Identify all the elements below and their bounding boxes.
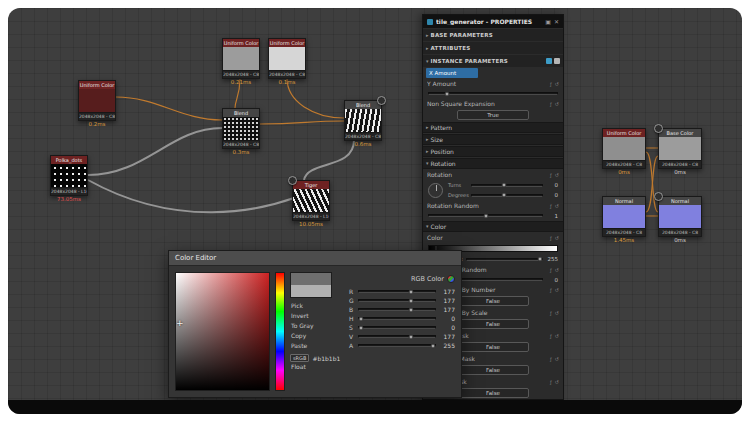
function-icon[interactable]: ƒ <box>550 356 552 362</box>
reset-icon[interactable]: ↺ <box>555 287 559 293</box>
slider-handle[interactable] <box>501 183 506 188</box>
function-icon[interactable]: ƒ <box>550 267 552 273</box>
slider-handle[interactable] <box>409 334 414 339</box>
reset-icon[interactable]: ↺ <box>555 333 559 339</box>
graph-node-uniform-color-4[interactable]: Uniform Color2048x2048 - C80ms <box>602 128 646 169</box>
non-square-expansion-toggle[interactable]: True <box>457 110 529 120</box>
slider-handle[interactable] <box>358 325 363 330</box>
reset-icon[interactable]: ↺ <box>555 356 559 362</box>
slider-track[interactable] <box>471 184 543 187</box>
slider-handle[interactable] <box>444 91 449 96</box>
slider-track[interactable] <box>358 344 436 347</box>
color-mode-icon[interactable] <box>447 275 455 283</box>
slider-track[interactable] <box>358 308 436 311</box>
function-icon[interactable]: ƒ <box>550 203 552 209</box>
slider-handle[interactable] <box>501 193 506 198</box>
color-mode-label[interactable]: RGB Color <box>411 275 444 283</box>
slider-track[interactable] <box>471 194 543 197</box>
node-output-badge[interactable] <box>377 96 386 105</box>
graph-node-base-color[interactable]: Base Color2048x2048 - C80ms <box>658 128 702 169</box>
slider-handle[interactable] <box>358 316 363 321</box>
node-output-badge[interactable] <box>654 192 663 201</box>
subsection-color[interactable]: ▾Color <box>423 221 563 232</box>
reset-icon[interactable]: ↺ <box>555 203 559 209</box>
section-instance-parameters[interactable]: ▾INSTANCE PARAMETERS <box>423 55 563 67</box>
selected-parameter-x-amount[interactable]: X Amount <box>426 68 478 78</box>
slider-handle[interactable] <box>483 213 488 218</box>
reset-icon[interactable]: ↺ <box>555 310 559 316</box>
color-editor-to-gray-button[interactable]: To Gray <box>290 321 344 331</box>
function-icon[interactable]: ƒ <box>550 379 552 385</box>
preset-icon[interactable] <box>546 58 552 64</box>
float-toggle[interactable]: Float <box>290 362 344 372</box>
slider-track[interactable] <box>358 326 436 329</box>
subsection-rotation[interactable]: ▾Rotation <box>423 158 563 169</box>
horizontal-mask-toggle[interactable]: False <box>457 365 529 375</box>
node-output-badge[interactable] <box>654 124 663 133</box>
function-icon[interactable]: ƒ <box>550 287 552 293</box>
rotation-dial[interactable] <box>428 183 443 198</box>
color-editor-pick-button[interactable]: Pick <box>290 301 344 311</box>
color-editor-copy-button[interactable]: Copy <box>290 331 344 341</box>
slider-track[interactable] <box>428 214 543 217</box>
saturation-value-picker[interactable]: + <box>175 272 270 391</box>
function-icon[interactable]: ƒ <box>550 235 552 241</box>
connection-wire[interactable] <box>646 156 658 212</box>
hex-value[interactable]: #b1b1b1 <box>312 355 340 362</box>
reset-icon[interactable]: ↺ <box>555 172 559 178</box>
graph-node-blend-2[interactable]: Blend2048x2048 - C80.6ms <box>344 100 382 141</box>
slider-track[interactable] <box>428 92 558 95</box>
slider-handle[interactable] <box>431 343 436 348</box>
slider-handle[interactable] <box>409 298 414 303</box>
graph-node-normal-1[interactable]: Normal2048x2048 - C81.45ms <box>602 196 646 237</box>
slider-track[interactable] <box>358 335 436 338</box>
graph-node-blend-1[interactable]: Blend2048x2048 - C80.3ms <box>222 108 260 149</box>
list-icon[interactable] <box>554 58 560 64</box>
checker-mask-toggle[interactable]: False <box>457 342 529 352</box>
close-icon[interactable]: ✕ <box>554 19 559 25</box>
picker-crosshair-icon[interactable]: + <box>176 322 184 324</box>
slider-handle[interactable] <box>409 307 414 312</box>
section-base-parameters[interactable]: ▸BASE PARAMETERS <box>423 29 563 41</box>
subsection-position[interactable]: ▸Position <box>423 146 563 157</box>
function-icon[interactable]: ƒ <box>550 81 552 87</box>
graph-node-tiger[interactable]: Tiger2048x2048 - L1610.05ms <box>292 180 330 221</box>
graph-node-normal-2[interactable]: Normal2048x2048 - C80ms <box>658 196 702 237</box>
slider-track[interactable] <box>358 299 436 302</box>
slider-handle[interactable] <box>537 257 542 262</box>
section-attributes[interactable]: ▸ATTRIBUTES <box>423 42 563 54</box>
function-icon[interactable]: ƒ <box>550 310 552 316</box>
graph-node-uniform-color-2[interactable]: Uniform Color2048x2048 - C80.1ms <box>268 38 306 79</box>
reset-icon[interactable]: ↺ <box>555 267 559 273</box>
subsection-size[interactable]: ▸Size <box>423 134 563 145</box>
pin-icon[interactable]: ▣ <box>545 19 551 25</box>
graph-node-uniform-color-3[interactable]: Uniform Color2048x2048 - C80.2ms <box>78 80 116 121</box>
function-icon[interactable]: ƒ <box>550 172 552 178</box>
function-icon[interactable]: ƒ <box>550 101 552 107</box>
connection-wire[interactable] <box>88 128 222 175</box>
graph-node-uniform-color-1[interactable]: Uniform Color2048x2048 - C80.21ms <box>222 38 260 79</box>
subsection-pattern[interactable]: ▸Pattern <box>423 122 563 133</box>
slider-track[interactable] <box>466 258 543 261</box>
node-output-badge[interactable] <box>288 176 297 185</box>
function-icon[interactable]: ƒ <box>550 333 552 339</box>
connection-wire[interactable] <box>88 180 294 212</box>
reset-icon[interactable]: ↺ <box>555 81 559 87</box>
slider-track[interactable] <box>358 317 436 320</box>
reset-icon[interactable]: ↺ <box>555 101 559 107</box>
color-editor-paste-button[interactable]: Paste <box>290 341 344 351</box>
slider-handle[interactable] <box>409 289 414 294</box>
luminance-by-number-toggle[interactable]: False <box>457 296 529 306</box>
vertical-mask-toggle[interactable]: False <box>457 388 529 398</box>
luminance-by-scale-toggle[interactable]: False <box>457 319 529 329</box>
color-editor-title[interactable]: Color Editor <box>169 251 461 266</box>
hue-strip[interactable] <box>275 272 285 391</box>
srgb-toggle[interactable]: sRGB <box>290 354 309 362</box>
slider-track[interactable] <box>358 290 436 293</box>
connection-wire[interactable] <box>260 121 344 124</box>
reset-icon[interactable]: ↺ <box>555 235 559 241</box>
color-editor-invert-button[interactable]: Invert <box>290 311 344 321</box>
graph-node-polka-dots[interactable]: Polka_dots2048x2048 - L1673.05ms <box>50 155 88 196</box>
reset-icon[interactable]: ↺ <box>555 379 559 385</box>
connection-wire[interactable] <box>116 97 222 120</box>
